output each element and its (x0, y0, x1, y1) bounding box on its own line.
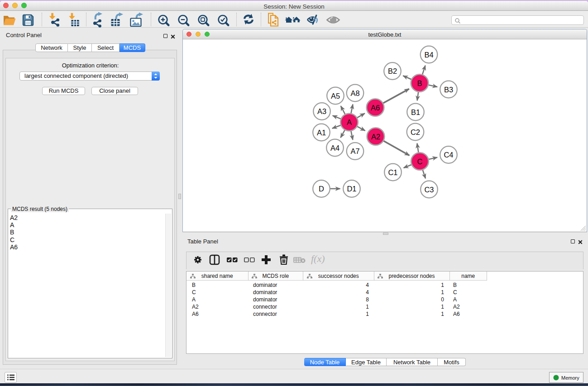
svg-text:B: B (417, 79, 422, 87)
svg-text:C1: C1 (388, 168, 397, 176)
svg-text:A7: A7 (350, 147, 359, 155)
svg-text:D: D (319, 185, 324, 193)
svg-text:A: A (347, 118, 352, 126)
svg-text:B3: B3 (444, 86, 453, 94)
svg-text:B2: B2 (388, 67, 397, 75)
svg-text:D1: D1 (347, 185, 356, 193)
svg-text:A8: A8 (350, 89, 359, 97)
svg-text:C2: C2 (411, 128, 420, 136)
svg-text:C3: C3 (424, 186, 434, 194)
svg-text:A6: A6 (371, 104, 380, 112)
svg-text:A2: A2 (371, 133, 380, 141)
svg-text:C4: C4 (444, 151, 453, 159)
svg-text:A3: A3 (317, 107, 326, 115)
svg-text:A1: A1 (317, 129, 326, 137)
svg-text:C: C (417, 157, 423, 166)
svg-text:A4: A4 (330, 144, 339, 152)
svg-text:B4: B4 (424, 51, 433, 59)
svg-text:A5: A5 (331, 92, 340, 100)
svg-text:B1: B1 (411, 108, 420, 116)
